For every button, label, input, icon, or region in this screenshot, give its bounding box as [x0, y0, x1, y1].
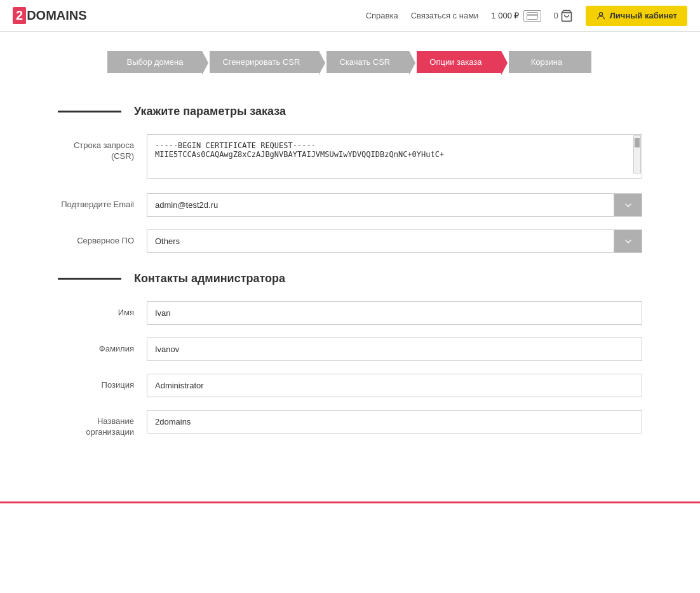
- logo-two: 2: [13, 7, 26, 24]
- balance-amount: 1 000 ₽: [491, 11, 519, 20]
- name-input[interactable]: [147, 301, 642, 325]
- email-row: Подтвердите Email: [58, 193, 642, 217]
- section-order-header: Укажите параметры заказа: [58, 105, 642, 118]
- org-label: Название организации: [58, 410, 147, 438]
- server-field: [147, 229, 642, 253]
- svg-point-3: [599, 12, 602, 15]
- cabinet-button[interactable]: Личный кабинет: [586, 6, 687, 26]
- step-label-4: Опции заказа: [429, 57, 481, 67]
- server-input[interactable]: [147, 229, 614, 253]
- email-input[interactable]: [147, 193, 614, 217]
- surname-field: [147, 337, 642, 361]
- section-line-order: [58, 111, 121, 112]
- server-select-wrapper: [147, 229, 642, 253]
- card-icon: [523, 10, 541, 22]
- step-cart[interactable]: Корзина: [502, 51, 591, 73]
- org-input[interactable]: [147, 410, 642, 433]
- header-right: Справка Связаться с нами 1 000 ₽ 0 Личны…: [366, 6, 687, 26]
- position-input[interactable]: [147, 374, 642, 397]
- logo: 2DOMAINS: [13, 7, 87, 24]
- chevron-down-icon-server: [623, 236, 633, 247]
- scroll-thumb: [635, 138, 640, 147]
- position-field: [147, 374, 642, 397]
- balance-display: 1 000 ₽: [491, 10, 541, 22]
- user-icon: [596, 11, 606, 21]
- logo-domains: DOMAINS: [27, 8, 86, 23]
- csr-textarea[interactable]: [147, 134, 642, 179]
- step-label-2: Сгенерировать CSR: [222, 57, 300, 67]
- surname-label: Фамилия: [58, 337, 147, 355]
- step-label-3: Скачать CSR: [339, 57, 390, 67]
- name-field: [147, 301, 642, 325]
- csr-row: Строка запроса (CSR): [58, 134, 642, 181]
- step-order-options[interactable]: Опции заказа: [410, 51, 501, 73]
- step-download-csr[interactable]: Скачать CSR: [320, 51, 409, 73]
- nav-link-help[interactable]: Справка: [366, 11, 398, 20]
- csr-field: [147, 134, 642, 181]
- step-label-1: Выбор домена: [126, 57, 183, 67]
- cabinet-button-label: Личный кабинет: [610, 11, 677, 20]
- svg-rect-1: [527, 14, 538, 16]
- step-label-5: Корзина: [531, 57, 563, 67]
- nav-link-contact[interactable]: Связаться с нами: [411, 11, 479, 20]
- org-field: [147, 410, 642, 433]
- bottom-line: [0, 501, 700, 503]
- main-content: Укажите параметры заказа Строка запроса …: [32, 86, 668, 476]
- steps-nav: Выбор домена Сгенерировать CSR Скачать C…: [0, 32, 700, 86]
- server-label: Серверное ПО: [58, 229, 147, 247]
- chevron-down-icon: [623, 200, 633, 210]
- step-choose-domain[interactable]: Выбор домена: [107, 51, 202, 73]
- server-row: Серверное ПО: [58, 229, 642, 253]
- email-select-wrapper: [147, 193, 642, 217]
- section-contacts-title: Контакты администратора: [134, 272, 285, 285]
- email-label: Подтвердите Email: [58, 193, 147, 210]
- email-field: [147, 193, 642, 217]
- surname-row: Фамилия: [58, 337, 642, 361]
- surname-input[interactable]: [147, 337, 642, 361]
- org-row: Название организации: [58, 410, 642, 438]
- cart-display[interactable]: 0: [554, 10, 573, 22]
- position-row: Позиция: [58, 374, 642, 397]
- section-contacts-header: Контакты администратора: [58, 272, 642, 285]
- server-dropdown-btn[interactable]: [614, 229, 642, 253]
- position-label: Позиция: [58, 374, 147, 391]
- step-generate-csr[interactable]: Сгенерировать CSR: [203, 51, 319, 73]
- section-line-contacts: [58, 278, 121, 280]
- email-dropdown-btn[interactable]: [614, 193, 642, 217]
- header: 2DOMAINS Справка Связаться с нами 1 000 …: [0, 0, 700, 32]
- cart-count: 0: [554, 11, 558, 20]
- csr-textarea-wrapper: [147, 134, 642, 181]
- name-row: Имя: [58, 301, 642, 325]
- scrollbar: [633, 135, 641, 174]
- csr-label: Строка запроса (CSR): [58, 134, 147, 162]
- section-order-title: Укажите параметры заказа: [134, 105, 286, 118]
- name-label: Имя: [58, 301, 147, 318]
